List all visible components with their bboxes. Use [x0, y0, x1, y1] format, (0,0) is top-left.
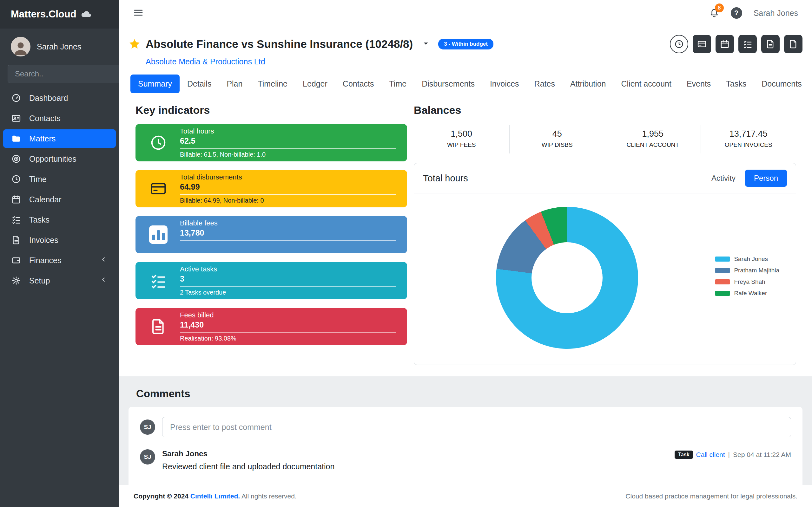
legend-item[interactable]: Rafe Walker [715, 290, 779, 297]
stat-value: 1,955 [605, 129, 701, 139]
tab-disbursements[interactable]: Disbursements [414, 74, 482, 93]
hamburger-icon [133, 7, 144, 18]
stat-label: WIP FEES [414, 142, 509, 149]
tab-rates[interactable]: Rates [527, 74, 563, 93]
comment-meta: Task Call client | Sep 04 at 11:22 AM [675, 451, 791, 459]
legend-item[interactable]: Freya Shah [715, 278, 779, 285]
document-add-button[interactable] [784, 35, 803, 53]
tab-plan[interactable]: Plan [219, 74, 250, 93]
search-input[interactable] [8, 65, 120, 83]
toggle-person-button[interactable]: Person [745, 170, 787, 187]
main-column: 8 ? Sarah Jones Absolute Finance vs Suns… [119, 0, 812, 507]
tab-ledger[interactable]: Ledger [295, 74, 335, 93]
tab-forms[interactable]: Forms [809, 74, 812, 93]
legend-item[interactable]: Pratham Majithia [715, 267, 779, 274]
kpi-card-total-disbursements[interactable]: Total disbursements 64.99 Billable: 64.9… [136, 170, 407, 207]
document-icon [766, 39, 775, 49]
sidebar-item-dashboard[interactable]: Dashboard [3, 89, 116, 107]
favourite-star-icon[interactable] [129, 38, 141, 50]
kpi-list: Total hours 62.5 Billable: 61.5, Non-bil… [136, 124, 407, 345]
legend-label: Pratham Majithia [734, 267, 779, 274]
rights-text: All rights reserved. [242, 493, 297, 500]
event-button[interactable] [716, 35, 734, 53]
tab-summary[interactable]: Summary [131, 74, 180, 93]
chevron-left-icon [99, 255, 108, 265]
kpi-card-active-tasks[interactable]: Active tasks 3 2 Tasks overdue [136, 262, 407, 299]
folder-icon [11, 134, 21, 143]
tab-attribution[interactable]: Attribution [563, 74, 614, 93]
comment-input[interactable] [162, 417, 791, 437]
calendar-icon [11, 195, 21, 204]
matter-header: Absolute Finance vs Sunshine Insurance (… [129, 35, 803, 53]
record-time-button[interactable] [670, 35, 688, 53]
sidebar-user[interactable]: Sarah Jones [0, 29, 119, 63]
footer: Copyright © 2024 Cintelli Limited. All r… [119, 485, 812, 507]
kpi-card-billable-fees[interactable]: Billable fees 13,780 [136, 216, 407, 253]
sidebar-item-label: Contacts [29, 114, 61, 123]
client-link[interactable]: Absolute Media & Productions Ltd [146, 57, 265, 66]
company-link[interactable]: Cintelli Limited. [190, 493, 240, 500]
invoice-icon [11, 235, 21, 245]
sidebar-item-label: Time [29, 175, 47, 184]
credit-card-icon [149, 180, 168, 197]
task-link[interactable]: Call client [696, 451, 725, 458]
tab-timeline[interactable]: Timeline [250, 74, 295, 93]
tab-time[interactable]: Time [382, 74, 414, 93]
kpi-title: Billable fees [180, 219, 396, 227]
sidebar-item-invoices[interactable]: Invoices [3, 231, 116, 249]
menu-toggle-button[interactable] [133, 7, 144, 19]
tab-documents[interactable]: Documents [754, 74, 809, 93]
tab-client-account[interactable]: Client account [613, 74, 679, 93]
kpi-body: Fees billed 11,430 Realisation: 93.08% [180, 311, 396, 342]
sidebar-item-label: Dashboard [29, 94, 68, 103]
title-dropdown-button[interactable] [422, 39, 430, 49]
notification-badge: 8 [715, 3, 724, 12]
total-hours-header: Total hours Activity Person [414, 163, 796, 193]
kpi-card-total-hours[interactable]: Total hours 62.5 Billable: 61.5, Non-bil… [136, 124, 407, 161]
toggle-activity-button[interactable]: Activity [711, 174, 735, 183]
help-button[interactable]: ? [731, 7, 742, 19]
topbar-user-name[interactable]: Sarah Jones [754, 9, 798, 18]
topbar-right: 8 ? Sarah Jones [709, 7, 798, 19]
footer-copyright: Copyright © 2024 Cintelli Limited. All r… [134, 493, 297, 500]
tab-contacts[interactable]: Contacts [335, 74, 382, 93]
sidebar-item-finances[interactable]: Finances [3, 251, 116, 270]
note-button[interactable] [761, 35, 780, 53]
sidebar-item-opportunities[interactable]: Opportunities [3, 150, 116, 168]
brand-name: Matters.Cloud [11, 9, 77, 20]
sidebar-item-tasks[interactable]: Tasks [3, 211, 116, 229]
sidebar-search [8, 65, 111, 83]
disbursement-button[interactable] [693, 35, 711, 53]
kpi-body: Active tasks 3 2 Tasks overdue [180, 265, 396, 296]
sidebar-item-label: Calendar [29, 195, 61, 204]
sidebar-item-label: Invoices [29, 236, 58, 245]
task-button[interactable] [739, 35, 757, 53]
file-icon [789, 39, 798, 49]
comment-input-row: SJ [140, 417, 791, 437]
sidebar-item-setup[interactable]: Setup [3, 271, 116, 290]
kpi-body: Total disbursements 64.99 Billable: 64.9… [180, 173, 396, 205]
app-root: Matters.Cloud Sarah Jones Dashboard Cont… [0, 0, 812, 507]
wallet-icon [11, 256, 21, 265]
notifications-button[interactable]: 8 [709, 7, 719, 19]
sidebar-item-contacts[interactable]: Contacts [3, 109, 116, 127]
caret-down-icon [422, 39, 430, 48]
kpi-card-fees-billed[interactable]: Fees billed 11,430 Realisation: 93.08% [136, 308, 407, 345]
sidebar-item-calendar[interactable]: Calendar [3, 190, 116, 209]
sidebar-item-time[interactable]: Time [3, 170, 116, 188]
sidebar-item-matters[interactable]: Matters [3, 129, 116, 148]
tab-details[interactable]: Details [180, 74, 219, 93]
balances-column: Balances 1,500 WIP FEES 45 WIP DISBS [414, 104, 803, 365]
kpi-subtext [180, 243, 396, 250]
comment-text: Reviewed client file and uploaded docume… [162, 462, 668, 471]
sidebar-nav: Dashboard Contacts Matters Opportunities… [0, 89, 119, 290]
tab-events[interactable]: Events [679, 74, 718, 93]
tab-invoices[interactable]: Invoices [482, 74, 527, 93]
matter-section: Absolute Finance vs Sunshine Insurance (… [119, 26, 812, 376]
sidebar-item-label: Finances [29, 256, 61, 265]
tab-tasks[interactable]: Tasks [718, 74, 754, 93]
credit-card-icon [697, 39, 707, 49]
matter-title: Absolute Finance vs Sunshine Insurance (… [146, 38, 413, 50]
comment-author-avatar: SJ [140, 449, 155, 464]
legend-item[interactable]: Sarah Jones [715, 256, 779, 263]
